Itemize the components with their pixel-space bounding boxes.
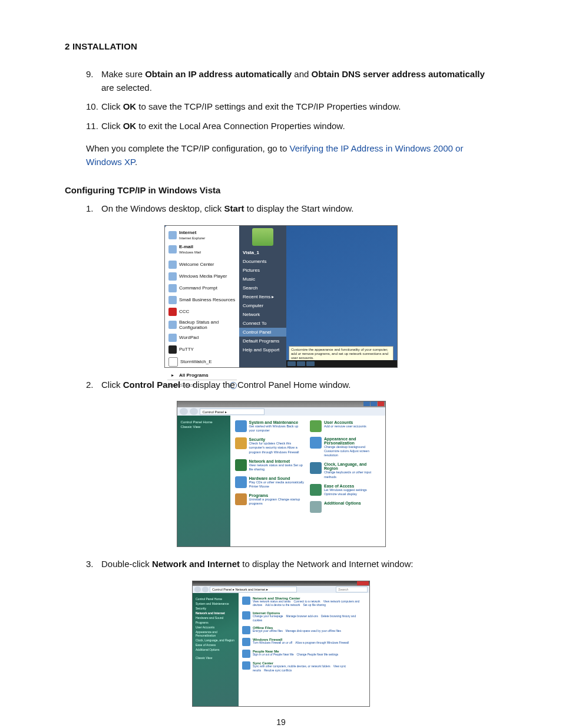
back-button[interactable] xyxy=(180,408,188,415)
cp-side-link[interactable]: Classic View xyxy=(181,425,227,429)
net-cat[interactable]: Offline FilesEncrypt your offline filesM… xyxy=(242,626,366,634)
back-button[interactable] xyxy=(194,587,201,592)
taskbar-button[interactable] xyxy=(306,361,315,366)
sm-email[interactable]: E-mailWindows Mail xyxy=(167,242,237,256)
cp-cat-users[interactable]: User AccountsAdd or remove user accounts xyxy=(310,420,381,432)
start-menu-left-pane: InternetInternet Explorer E-mailWindows … xyxy=(165,226,239,367)
net-side-link[interactable]: Ease of Access xyxy=(196,643,236,647)
sm-item[interactable]: Command Prompt xyxy=(167,282,237,294)
sm-r-item[interactable]: Recent Items ▸ xyxy=(243,292,283,301)
programs-icon xyxy=(235,493,247,505)
avatar xyxy=(252,228,273,246)
taskbar-button[interactable] xyxy=(297,361,305,366)
net-cat[interactable]: Windows FirewallTurn Windows Firewall on… xyxy=(242,638,366,646)
net-side-link[interactable]: Hardware and Sound xyxy=(196,616,236,620)
cp-cat-hardware[interactable]: Hardware and SoundPlay CDs or other medi… xyxy=(235,476,306,489)
net-side-link[interactable]: Clock, Language, and Region xyxy=(196,638,236,642)
desktop-background: Customize the appearance and functionali… xyxy=(286,226,397,367)
sm-r-item[interactable]: Pictures xyxy=(243,266,283,275)
net-side-link[interactable]: Classic View xyxy=(196,656,236,660)
maximize-button[interactable] xyxy=(371,401,377,406)
net-cat[interactable]: Network and Sharing CenterView network s… xyxy=(242,597,366,608)
cp-cat-additional[interactable]: Additional Options xyxy=(310,501,381,513)
shield-icon xyxy=(235,437,247,449)
forward-button[interactable] xyxy=(190,408,198,415)
printer-icon xyxy=(235,476,247,488)
net-side-link[interactable]: Network and Internet xyxy=(196,611,236,615)
system-icon xyxy=(235,420,247,432)
control-panel-figure: Control Panel ▸ Control Panel Home Class… xyxy=(177,401,386,547)
sm-r-item[interactable]: Network xyxy=(243,310,283,319)
sm-item[interactable]: Backup Status and Configuration xyxy=(167,318,237,332)
breadcrumb[interactable]: Control Panel ▸ xyxy=(200,409,265,415)
forward-button[interactable] xyxy=(202,587,209,592)
app-icon xyxy=(168,296,177,304)
step-9: 9. Make sure Obtain an IP address automa… xyxy=(86,68,497,94)
net-side-link[interactable]: Programs xyxy=(196,621,236,624)
category-icon xyxy=(242,661,250,670)
net-cat[interactable]: Internet OptionsChange your homepageMana… xyxy=(242,611,366,622)
net-cat[interactable]: People Near MeSign in or out of People N… xyxy=(242,650,366,658)
breadcrumb[interactable]: Control Panel ▸ Network and Internet ▸ xyxy=(210,587,297,592)
sm-r-item[interactable]: Connect To xyxy=(243,319,283,328)
sm-internet[interactable]: InternetInternet Explorer xyxy=(167,228,237,242)
cp-cat-ease[interactable]: Ease of AccessLet Windows suggest settin… xyxy=(310,484,381,496)
app-icon xyxy=(168,357,178,367)
net-side-link[interactable]: User Accounts xyxy=(196,625,236,629)
cp-cat-clock[interactable]: Clock, Language, and RegionChange keyboa… xyxy=(310,462,381,479)
net-side-link[interactable]: Control Panel Home xyxy=(196,597,236,601)
start-orb-icon[interactable] xyxy=(287,361,296,366)
net-sidebar: Control Panel Home System and Maintenanc… xyxy=(193,593,239,706)
titlebar xyxy=(177,401,385,407)
net-side-link[interactable]: Appearance and Personalization xyxy=(196,630,236,637)
sm-r-item[interactable]: Documents xyxy=(243,257,283,266)
cp-cat-security[interactable]: SecurityCheck for updates Check this com… xyxy=(235,437,306,454)
options-icon xyxy=(310,501,322,513)
cp-cat-network[interactable]: Network and InternetView network status … xyxy=(235,459,306,472)
clock-icon xyxy=(310,462,322,474)
app-icon xyxy=(168,261,177,269)
step-b3: 3. Double-click Network and Internet to … xyxy=(86,558,497,571)
users-icon xyxy=(310,420,322,432)
sm-r-item[interactable]: Default Programs xyxy=(243,337,283,345)
net-cat[interactable]: Sync CenterSync with other computers, mo… xyxy=(242,661,366,673)
ie-icon xyxy=(168,231,177,239)
close-button[interactable] xyxy=(357,581,369,585)
cp-cat-programs[interactable]: ProgramsUninstall a program Change start… xyxy=(235,493,306,506)
sm-item[interactable]: StormWatch_E xyxy=(167,355,237,368)
minimize-button[interactable] xyxy=(363,401,370,406)
monitor-icon xyxy=(310,437,322,449)
nav-bar: Control Panel ▸ xyxy=(177,407,385,416)
category-icon xyxy=(242,597,250,605)
net-side-link[interactable]: Security xyxy=(196,607,236,610)
sm-item[interactable]: Welcome Center xyxy=(167,259,237,271)
sm-item[interactable]: PuTTY xyxy=(167,344,237,355)
app-icon xyxy=(168,272,177,281)
sm-r-item[interactable]: Music xyxy=(243,275,283,284)
sm-item[interactable]: Small Business Resources xyxy=(167,294,237,306)
app-icon xyxy=(168,284,177,292)
sm-item[interactable]: Windows Media Player xyxy=(167,271,237,282)
app-icon xyxy=(168,345,177,354)
cp-cat-appearance[interactable]: Appearance and PersonalizationChange des… xyxy=(310,437,381,457)
steps-list-b: 1. On the Windows desktop, click Start t… xyxy=(86,202,497,216)
step-b1: 1. On the Windows desktop, click Start t… xyxy=(86,202,497,216)
net-side-link[interactable]: Additional Options xyxy=(196,648,236,651)
sm-r-item[interactable]: Help and Support xyxy=(243,345,283,354)
sm-control-panel[interactable]: Control Panel xyxy=(239,328,286,337)
sm-item[interactable]: WordPad xyxy=(167,332,237,344)
category-icon xyxy=(242,638,250,646)
search-input[interactable]: Search xyxy=(336,587,368,592)
cp-sidebar: Control Panel Home Classic View xyxy=(177,416,230,546)
sm-r-item[interactable]: Search xyxy=(243,284,283,292)
nav-bar: Control Panel ▸ Network and Internet ▸ S… xyxy=(193,586,369,593)
sm-r-item[interactable]: Computer xyxy=(243,301,283,310)
app-icon xyxy=(168,308,177,316)
sm-item[interactable]: CCC xyxy=(167,306,237,318)
close-button[interactable] xyxy=(378,401,384,406)
cp-side-link[interactable]: Control Panel Home xyxy=(181,420,227,424)
steps-list-a: 9. Make sure Obtain an IP address automa… xyxy=(86,68,497,133)
sm-user: Vista_1 xyxy=(243,248,283,257)
net-side-link[interactable]: System and Maintenance xyxy=(196,602,236,605)
cp-cat-system[interactable]: System and MaintenanceGet started with W… xyxy=(235,420,306,433)
